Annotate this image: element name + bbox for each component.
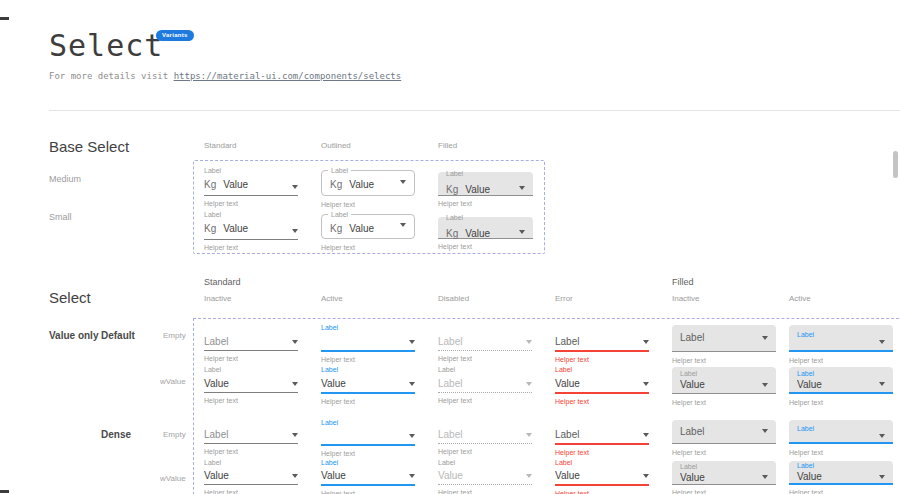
base-outlined-small-select[interactable]: Label KgValue <box>321 214 415 239</box>
adornment: Kg <box>330 223 342 234</box>
vertical-scrollbar-thumb[interactable] <box>893 151 898 178</box>
filled-inactive-empty: Label Helper text <box>672 325 776 364</box>
adornment: Kg <box>330 179 342 190</box>
base-outlined-medium-select[interactable]: Label KgValue <box>321 170 415 196</box>
select-value: Value <box>204 378 229 389</box>
select-control[interactable]: Label <box>789 325 893 352</box>
std-error-wvalue: Label Value Helper text <box>555 364 649 405</box>
base-filled-small-select[interactable]: Label KgValue <box>438 217 533 239</box>
dropdown-arrow-icon <box>519 230 525 234</box>
select-label: Label <box>321 417 415 428</box>
base-filled-small: Label KgValue Helper text <box>438 217 533 250</box>
helper-text: Helper text <box>321 356 415 363</box>
select-control[interactable]: Label Value <box>672 461 776 485</box>
dropdown-arrow-icon <box>879 382 885 386</box>
std-active-dense-empty: Label Helper text <box>321 417 415 457</box>
dropdown-arrow-icon <box>526 474 532 478</box>
select-control[interactable] <box>321 428 415 446</box>
select-label: Label <box>446 169 525 179</box>
select-value: Value <box>321 378 346 389</box>
helper-text: Helper text <box>789 399 893 406</box>
select-control[interactable]: Value <box>321 468 415 486</box>
state-active: Active <box>321 294 343 303</box>
dropdown-arrow-icon <box>292 185 298 189</box>
std-inactive-wvalue: Label Value Helper text <box>204 364 298 404</box>
select-control[interactable]: Value <box>555 375 649 394</box>
dropdown-arrow-icon <box>400 180 406 184</box>
select-value: Label <box>680 426 704 437</box>
helper-text: Helper text <box>321 490 415 494</box>
select-control[interactable]: Label <box>672 325 776 352</box>
header-divider <box>49 110 900 111</box>
docs-link[interactable]: https://material-ui.com/components/selec… <box>174 71 402 81</box>
select-heading: Select <box>49 289 91 306</box>
row-section-dense: Dense <box>101 429 131 440</box>
select-value: Value <box>680 379 705 390</box>
select-value: Label <box>204 336 228 347</box>
select-control[interactable] <box>321 333 415 352</box>
select-control[interactable]: Label <box>204 333 298 351</box>
select-label: Label <box>438 364 532 375</box>
select-control[interactable]: Label <box>438 427 532 444</box>
base-standard-medium-select[interactable]: KgValue <box>204 176 298 196</box>
select-control[interactable]: Label <box>438 375 532 393</box>
base-filled-medium-select[interactable]: Label KgValue <box>438 172 533 196</box>
select-control[interactable]: Label <box>672 420 776 444</box>
adornment: Kg <box>204 223 216 234</box>
select-label: Label <box>555 364 649 375</box>
base-row-small: Small <box>49 212 72 222</box>
dropdown-arrow-icon <box>762 383 768 387</box>
helper-text: Helper text <box>204 200 298 207</box>
base-standard-medium: Label KgValue Helper text <box>204 165 298 207</box>
helper-text: Helper text <box>204 244 298 251</box>
select-value: Value <box>349 223 374 234</box>
dropdown-arrow-icon <box>409 474 415 478</box>
select-control[interactable]: Label Value <box>789 367 893 394</box>
select-label: Label <box>328 166 351 175</box>
select-control[interactable]: Label <box>438 333 532 351</box>
select-label: Label <box>328 210 351 219</box>
base-standard-small-select[interactable]: KgValue <box>204 220 298 240</box>
select-label: Label <box>680 462 768 472</box>
row-group-value-only: Value only <box>49 330 98 341</box>
select-control[interactable]: Value <box>438 468 532 485</box>
select-value: Value <box>204 470 229 481</box>
base-col-standard: Standard <box>204 141 236 150</box>
select-control[interactable]: Label <box>204 427 298 444</box>
std-active-dense-wvalue: Label Value Helper text <box>321 457 415 494</box>
select-value: Value <box>465 184 490 195</box>
select-control[interactable]: Label <box>789 420 893 444</box>
select-control[interactable]: Label Value <box>672 367 776 394</box>
select-value: Value <box>223 223 248 234</box>
select-control[interactable]: Label <box>555 333 649 352</box>
adornment: Kg <box>446 184 458 195</box>
base-select-heading: Base Select <box>49 138 129 155</box>
select-control[interactable]: Value <box>555 468 649 486</box>
helper-text: Helper text <box>789 357 893 364</box>
dropdown-arrow-icon <box>879 475 885 479</box>
select-control[interactable]: Label <box>555 427 649 445</box>
base-outlined-small: Label KgValue Helper text <box>321 214 415 251</box>
group-filled: Filled <box>672 277 694 287</box>
filled-inactive-wvalue: Label Value Helper text <box>672 367 776 406</box>
filled-inactive-dense-wvalue: Label Value Helper text <box>672 461 776 494</box>
std-active-empty: Label Helper text <box>321 322 415 363</box>
row-variant-wvalue: wValue <box>160 377 186 386</box>
select-label: Label <box>204 457 298 468</box>
select-control[interactable]: Value <box>204 375 298 393</box>
select-control[interactable]: Label Value <box>789 461 893 485</box>
select-control[interactable]: Value <box>204 468 298 485</box>
dropdown-arrow-icon <box>409 382 415 386</box>
select-label: Label <box>555 457 649 468</box>
viewport-edge-mark-bottom <box>0 490 9 493</box>
row-variant-empty: Empty <box>163 430 186 439</box>
helper-text: Helper text <box>438 489 532 494</box>
helper-text: Helper text <box>555 449 649 456</box>
select-label: Label <box>797 461 885 471</box>
select-value: Label <box>438 336 462 347</box>
dropdown-arrow-icon <box>762 336 768 340</box>
std-disabled-empty: Label Helper text <box>438 333 532 362</box>
adornment: Kg <box>446 228 458 239</box>
filled-active-dense-empty: Label Helper text <box>789 420 893 456</box>
select-control[interactable]: Value <box>321 375 415 394</box>
